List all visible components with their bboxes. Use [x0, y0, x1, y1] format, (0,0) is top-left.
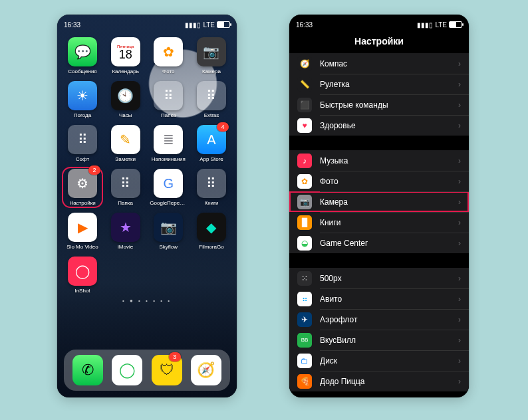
app-icon: ★ — [111, 213, 140, 242]
chevron-icon: › — [458, 121, 461, 130]
app-icon: ✿ — [154, 37, 183, 66]
app-часы[interactable]: 🕙Часы — [107, 81, 144, 118]
row-icon: 🍕 — [297, 374, 312, 389]
app-label: FilmoraGo — [193, 244, 230, 250]
home-screen[interactable]: 16:33 ▮▮▮▯ LTE 💬СообщенияПятница18Календ… — [57, 15, 237, 397]
badge: 3 — [169, 352, 181, 362]
app-label: GoogleПерев… — [150, 200, 187, 206]
chevron-icon: › — [458, 294, 461, 304]
app-icon: 🕙 — [111, 81, 140, 110]
network-label: LTE — [435, 21, 447, 29]
app-icon: ▶ — [68, 213, 97, 242]
dock: ✆◯🛡3🧭 — [64, 350, 230, 391]
phone-home: 16:33 ▮▮▮▯ LTE 💬СообщенияПятница18Календ… — [57, 15, 237, 397]
chevron-icon: › — [458, 59, 461, 68]
chevron-icon: › — [458, 100, 461, 110]
app-app store[interactable]: A4App Store — [193, 125, 230, 162]
settings-row-камера[interactable]: 📷Камера› — [289, 191, 469, 212]
app-напоминания[interactable]: ≣Напоминания — [150, 125, 187, 162]
row-label: Аэрофлот — [320, 315, 458, 324]
status-right: ▮▮▮▯ LTE — [417, 21, 462, 29]
settings-row-аэрофлот[interactable]: ✈Аэрофлот› — [289, 309, 469, 330]
settings-row-авито[interactable]: ⠶Авито› — [289, 288, 469, 309]
row-label: Додо Пицца — [320, 377, 458, 386]
row-icon: 📏 — [297, 77, 312, 92]
network-label: LTE — [203, 21, 215, 29]
settings-row-фото[interactable]: ✿Фото› — [289, 171, 469, 191]
app-label: Фото — [150, 68, 187, 74]
app-папка[interactable]: ⠿Папка — [107, 169, 144, 206]
settings-row-быстрые команды[interactable]: ⬛Быстрые команды› — [289, 94, 469, 115]
app-настройки[interactable]: ⚙2Настройки — [63, 168, 102, 207]
row-icon: ⠶ — [297, 292, 312, 306]
settings-row-game center[interactable]: ◒Game Center› — [289, 233, 469, 253]
settings-row-музыка[interactable]: ♪Музыка› — [289, 150, 469, 171]
dock-icon: ✆ — [72, 355, 103, 385]
row-label: Game Center — [320, 239, 458, 248]
row-icon: 📷 — [297, 195, 312, 209]
app-icon: ⠿ — [154, 81, 183, 110]
settings-row-компас[interactable]: 🧭Компас› — [289, 53, 469, 74]
status-bar: 16:33 ▮▮▮▯ LTE — [57, 15, 237, 32]
app-skyflow[interactable]: 📷Skyflow — [150, 213, 187, 250]
app-inshot[interactable]: ◯InShot — [64, 257, 101, 294]
app-filmorago[interactable]: ◆FilmoraGo — [193, 213, 230, 250]
app-фото[interactable]: ✿Фото — [150, 37, 187, 74]
row-icon: ✈ — [297, 312, 312, 327]
settings-row-здоровье[interactable]: ♥Здоровье› — [289, 115, 469, 136]
chevron-icon: › — [458, 80, 461, 89]
dock-app-tinkoff[interactable]: 🛡3 — [152, 355, 182, 385]
app-погода[interactable]: ☀Погода — [64, 81, 101, 118]
page-dots[interactable]: • ● • • • • • — [57, 298, 237, 304]
row-icon: ▉ — [297, 215, 312, 230]
app-label: InShot — [64, 288, 101, 294]
app-софт[interactable]: ⠿Софт — [64, 125, 101, 162]
status-time: 16:33 — [64, 21, 80, 29]
settings-row-додо пицца[interactable]: 🍕Додо Пицца› — [289, 371, 469, 391]
settings-row-книги[interactable]: ▉Книги› — [289, 212, 469, 233]
row-label: Музыка — [320, 156, 458, 165]
app-книги[interactable]: ⠿Книги — [193, 169, 230, 206]
app-label: Заметки — [107, 156, 144, 162]
app-imovie[interactable]: ★iMovie — [107, 213, 144, 250]
app-slo mo video[interactable]: ▶Slo Mo Video — [64, 213, 101, 250]
settings-row-диск[interactable]: 🗀Диск› — [289, 350, 469, 371]
app-label: Часы — [107, 112, 144, 118]
settings-screen: 16:33 ▮▮▮▯ LTE Настройки 🧭Компас›📏Рулетк… — [289, 15, 469, 397]
app-icon: ⠿ — [197, 81, 226, 110]
app-label: Сообщения — [64, 68, 101, 74]
row-label: Книги — [320, 218, 458, 227]
row-label: Здоровье — [320, 121, 458, 130]
settings-row-вкусвилл[interactable]: BBВкусВилл› — [289, 330, 469, 350]
dock-app-phone[interactable]: ✆ — [72, 355, 103, 385]
row-icon: 🧭 — [297, 56, 312, 71]
app-googleперев…[interactable]: GGoogleПерев… — [150, 169, 187, 206]
row-label: Компас — [320, 59, 458, 68]
app-камера[interactable]: 📷Камера — [193, 37, 230, 74]
app-сообщения[interactable]: 💬Сообщения — [64, 37, 101, 74]
app-label: Камера — [193, 68, 230, 74]
settings-row-рулетка[interactable]: 📏Рулетка› — [289, 74, 469, 94]
app-заметки[interactable]: ✎Заметки — [107, 125, 144, 162]
app-календарь[interactable]: Пятница18Календарь — [107, 37, 144, 74]
app-icon: Пятница18 — [111, 37, 140, 66]
app-label: Книги — [193, 200, 230, 206]
row-icon: ✿ — [297, 174, 312, 189]
settings-group: ⁙500px›⠶Авито›✈Аэрофлот›BBВкусВилл›🗀Диск… — [289, 268, 469, 391]
settings-row-500px[interactable]: ⁙500px› — [289, 268, 469, 288]
app-label: iMovie — [107, 244, 144, 250]
app-папка[interactable]: ⠿Папка — [150, 81, 187, 118]
app-icon: ✎ — [111, 125, 140, 154]
row-label: Фото — [320, 177, 458, 186]
app-label: Extras — [193, 112, 230, 118]
dock-app-safari[interactable]: 🧭 — [191, 355, 221, 385]
app-icon: ≣ — [154, 125, 183, 154]
row-icon: ♪ — [297, 154, 312, 168]
app-extras[interactable]: ⠿Extras — [193, 81, 230, 118]
settings-group: 🧭Компас›📏Рулетка›⬛Быстрые команды›♥Здоро… — [289, 53, 469, 136]
chevron-icon: › — [458, 377, 461, 386]
nav-title: Настройки — [289, 32, 469, 53]
row-icon: ◒ — [297, 236, 312, 251]
settings-list[interactable]: 🧭Компас›📏Рулетка›⬛Быстрые команды›♥Здоро… — [289, 53, 469, 397]
dock-app-circle[interactable]: ◯ — [112, 355, 142, 385]
